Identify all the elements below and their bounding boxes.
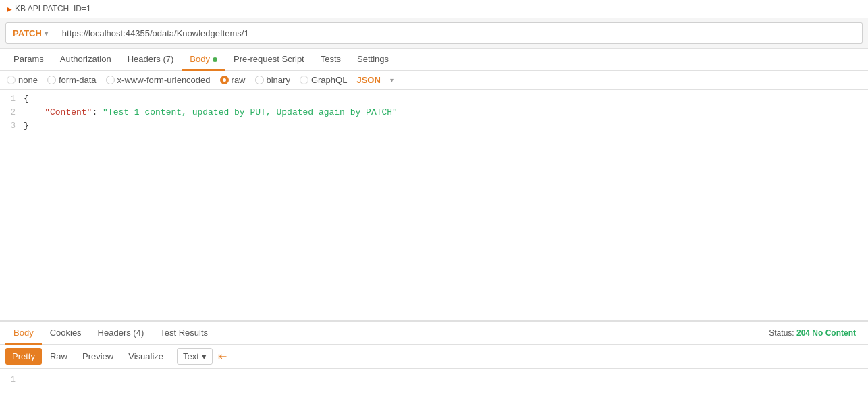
response-tabs: Body Cookies Headers (4) Test Results St…: [0, 322, 868, 345]
text-format-chevron-icon: ▾: [202, 351, 207, 361]
resp-format-preview[interactable]: Preview: [76, 348, 120, 365]
title-bar: ▶ KB API PATCH_ID=1: [0, 0, 868, 18]
radio-urlencoded-label: x-www-form-urlencoded: [117, 75, 211, 85]
tab-settings[interactable]: Settings: [349, 49, 397, 71]
response-tab-body[interactable]: Body: [5, 322, 42, 345]
code-line-3: 3 }: [0, 119, 868, 133]
response-toolbar: Pretty Raw Preview Visualize Text ▾ ⇤: [0, 345, 868, 369]
request-title: KB API PATCH_ID=1: [15, 4, 91, 13]
resp-format-raw[interactable]: Raw: [43, 348, 74, 365]
response-tab-test-results[interactable]: Test Results: [152, 322, 216, 345]
radio-raw-circle: [220, 76, 229, 84]
json-format-chevron-icon[interactable]: ▾: [390, 76, 394, 84]
body-active-dot: [213, 57, 217, 62]
url-bar: PATCH ▾: [0, 18, 868, 49]
code-brace-open: {: [24, 92, 29, 106]
response-body: 1: [0, 369, 868, 409]
radio-graphql[interactable]: GraphQL: [300, 75, 347, 85]
radio-form-data-circle: [47, 76, 56, 84]
radio-raw-label: raw: [232, 75, 246, 85]
resp-format-pretty[interactable]: Pretty: [5, 348, 42, 365]
text-format-label: Text: [183, 351, 199, 361]
radio-urlencoded-circle: [106, 76, 115, 84]
tab-pre-request[interactable]: Pre-request Script: [225, 49, 313, 71]
code-editor[interactable]: 1 { 2 "Content": "Test 1 content, update…: [0, 90, 868, 321]
radio-form-data[interactable]: form-data: [47, 75, 97, 85]
line-number-3: 3: [0, 119, 24, 133]
resp-format-visualize[interactable]: Visualize: [121, 348, 170, 365]
status-label: Status:: [769, 328, 794, 338]
wrap-icon[interactable]: ⇤: [218, 350, 227, 363]
tab-authorization[interactable]: Authorization: [52, 49, 119, 71]
response-section: Body Cookies Headers (4) Test Results St…: [0, 321, 868, 409]
request-tabs: Params Authorization Headers (7) Body Pr…: [0, 49, 868, 71]
tab-body[interactable]: Body: [182, 49, 225, 71]
code-line-1: 1 {: [0, 92, 868, 106]
line-number-1: 1: [0, 92, 24, 106]
response-tab-cookies[interactable]: Cookies: [42, 322, 90, 345]
response-line-number-1: 1: [0, 373, 24, 386]
line-number-2: 2: [0, 106, 24, 119]
json-format-label: JSON: [356, 75, 380, 85]
method-select[interactable]: PATCH ▾: [5, 22, 55, 44]
radio-binary-circle: [255, 76, 264, 84]
radio-urlencoded[interactable]: x-www-form-urlencoded: [106, 75, 211, 85]
method-label: PATCH: [13, 28, 42, 38]
code-line-2: 2 "Content": "Test 1 content, updated by…: [0, 106, 868, 119]
response-line-1: 1: [0, 373, 868, 386]
radio-raw[interactable]: raw: [220, 75, 246, 85]
radio-binary[interactable]: binary: [255, 75, 290, 85]
tab-params[interactable]: Params: [5, 49, 52, 71]
method-chevron-icon: ▾: [45, 30, 48, 37]
radio-graphql-label: GraphQL: [311, 75, 347, 85]
text-format-button[interactable]: Text ▾: [177, 348, 213, 365]
url-input[interactable]: [55, 22, 863, 44]
radio-form-data-label: form-data: [59, 75, 97, 85]
body-type-row: none form-data x-www-form-urlencoded raw…: [0, 71, 868, 90]
radio-none[interactable]: none: [7, 75, 38, 85]
response-tab-headers[interactable]: Headers (4): [90, 322, 153, 345]
status-area: Status: 204 No Content: [769, 328, 863, 338]
code-brace-close: }: [24, 119, 29, 133]
status-code: 204 No Content: [796, 328, 856, 338]
radio-binary-label: binary: [267, 75, 290, 85]
tab-tests[interactable]: Tests: [313, 49, 349, 71]
radio-graphql-circle: [300, 76, 308, 84]
radio-none-label: none: [18, 75, 38, 85]
expand-icon[interactable]: ▶: [7, 5, 12, 13]
tab-headers[interactable]: Headers (7): [119, 49, 182, 71]
radio-none-circle: [7, 76, 16, 84]
code-content-key: "Content": "Test 1 content, updated by P…: [24, 106, 398, 119]
